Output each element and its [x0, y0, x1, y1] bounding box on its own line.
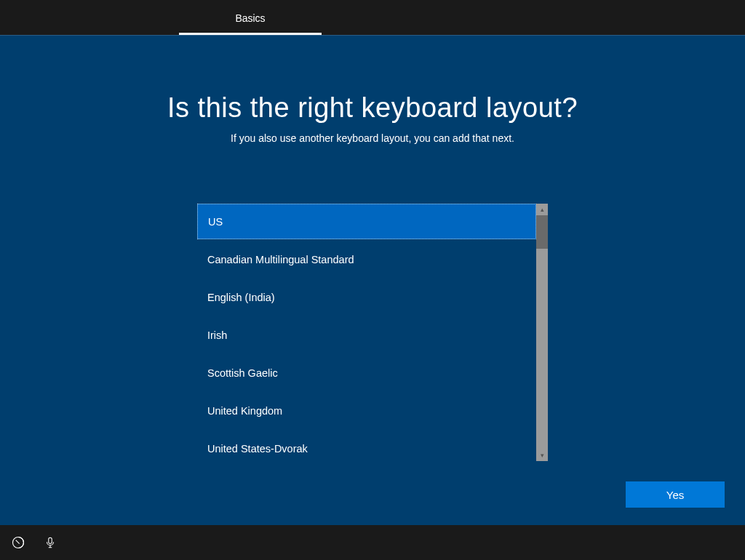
scrollbar[interactable]: ▴ ▾ — [536, 204, 548, 461]
page-subtitle: If you also use another keyboard layout,… — [231, 132, 514, 144]
list-item[interactable]: United Kingdom — [197, 393, 536, 428]
list-item[interactable]: Irish — [197, 317, 536, 353]
list-item[interactable]: English (India) — [197, 279, 536, 315]
yes-button[interactable]: Yes — [626, 481, 725, 508]
svg-line-1 — [16, 540, 20, 544]
main-panel: Is this the right keyboard layout? If yo… — [0, 35, 745, 525]
scroll-down-button[interactable]: ▾ — [536, 449, 548, 461]
list-item[interactable]: Scottish Gaelic — [197, 355, 536, 391]
top-bar: Basics — [0, 0, 745, 35]
chevron-down-icon: ▾ — [541, 452, 544, 459]
keyboard-layout-listbox: US Canadian Multilingual Standard Englis… — [197, 204, 548, 461]
list-item[interactable]: US — [197, 204, 536, 239]
list-item[interactable]: United States-Dvorak — [197, 431, 536, 461]
svg-rect-2 — [49, 537, 52, 543]
ease-of-access-icon[interactable] — [10, 535, 26, 551]
microphone-icon[interactable] — [42, 535, 58, 551]
scroll-thumb[interactable] — [536, 215, 548, 249]
scroll-up-button[interactable]: ▴ — [536, 204, 548, 215]
bottom-bar — [0, 525, 745, 560]
tab-basics[interactable]: Basics — [179, 4, 322, 35]
list-item[interactable]: Canadian Multilingual Standard — [197, 241, 536, 277]
chevron-up-icon: ▴ — [541, 206, 544, 213]
keyboard-layout-items: US Canadian Multilingual Standard Englis… — [197, 204, 536, 461]
scroll-track[interactable] — [536, 215, 548, 449]
page-title: Is this the right keyboard layout? — [167, 92, 578, 124]
